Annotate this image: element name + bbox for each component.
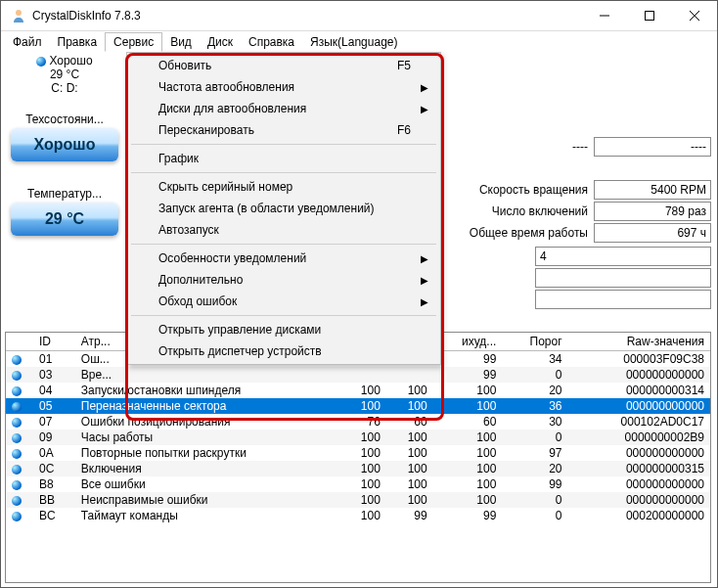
health-pill[interactable]: Хорошо (11, 128, 118, 161)
cell-id: 0A (33, 445, 75, 461)
col-header[interactable]: Raw-значения (568, 333, 710, 351)
dash-label: ---- (572, 140, 588, 154)
cell-id: 07 (33, 414, 75, 430)
menu-item[interactable]: График (129, 148, 438, 169)
cell-d: 100 (386, 430, 433, 445)
cell-threshold: 0 (502, 508, 567, 523)
table-row[interactable]: 05Переназначенные сектора100100100360000… (6, 398, 710, 414)
drive-summary[interactable]: Хорошо 29 °C C: D: (5, 54, 124, 95)
cell-threshold: 97 (502, 445, 567, 461)
table-row[interactable]: BCТаймаут команды10099990000200000000 (6, 508, 710, 523)
cell-attr: Часы работы (75, 430, 339, 445)
cell-attr: Запуски/остановки шпинделя (75, 383, 339, 398)
menu-item[interactable]: Открыть управление дисками (129, 319, 438, 340)
cell-id: BC (33, 508, 75, 523)
status-bullet-icon (12, 418, 22, 428)
window-title: CrystalDiskInfo 7.8.3 (32, 9, 141, 23)
cell-raw: 000000000315 (568, 461, 710, 476)
col-header[interactable]: Порог (502, 333, 567, 351)
close-button[interactable] (672, 1, 717, 30)
table-row[interactable]: 07Ошибки позиционирования76606030000102A… (6, 414, 710, 430)
cell-d: 100 (386, 461, 433, 476)
table-row[interactable]: 04Запуски/остановки шпинделя100100100200… (6, 383, 710, 398)
col-header[interactable]: ихуд... (433, 333, 503, 351)
cell-current: 100 (339, 476, 386, 492)
cell-current: 100 (339, 508, 386, 523)
menu-item[interactable]: ОбновитьF5 (129, 55, 438, 76)
cell-raw: 000200000000 (568, 508, 710, 523)
status-bullet-icon (12, 402, 22, 412)
cell-threshold: 36 (502, 398, 567, 414)
menu-item[interactable]: Автозапуск (129, 219, 438, 241)
menu-item[interactable]: Скрыть серийный номер (129, 176, 438, 198)
health-label: Техсостояни... (5, 113, 124, 126)
cell-current (339, 367, 386, 383)
table-row[interactable]: 0AПовторные попытки раскрутки10010010097… (6, 445, 710, 461)
cell-worst: 100 (433, 398, 503, 414)
menu-язык(language)[interactable]: Язык(Language) (302, 33, 405, 51)
info-value: 5400 RPM (594, 180, 711, 200)
menu-item[interactable]: Обход ошибок▶ (129, 291, 438, 312)
cell-worst: 100 (433, 461, 503, 476)
info-label: Число включений (492, 204, 588, 218)
cell-current: 100 (339, 383, 386, 398)
menu-item[interactable]: Частота автообновления▶ (129, 76, 438, 98)
status-bullet-icon (12, 496, 22, 506)
menu-item[interactable]: Открыть диспетчер устройств (129, 340, 438, 362)
table-row[interactable]: 09Часы работы10010010000000000002B9 (6, 430, 710, 445)
cell-current: 100 (339, 445, 386, 461)
cell-id: 03 (33, 367, 75, 383)
menu-item[interactable]: Дополнительно▶ (129, 269, 438, 291)
col-header[interactable] (6, 333, 33, 351)
status-bullet-icon (12, 512, 22, 521)
table-row[interactable]: B8Все ошибки10010010099000000000000 (6, 476, 710, 492)
cell-d: 100 (386, 476, 433, 492)
cell-worst: 100 (433, 445, 503, 461)
app-icon (11, 8, 26, 23)
service-menu-dropdown: ОбновитьF5Частота автообновления▶Диски д… (126, 52, 441, 365)
cell-raw: 000000000000 (568, 492, 710, 508)
cell-current: 76 (339, 414, 386, 430)
cell-worst: 99 (433, 351, 503, 368)
menu-справка[interactable]: Справка (241, 33, 302, 51)
menu-правка[interactable]: Правка (50, 33, 106, 51)
temperature-pill[interactable]: 29 °C (11, 203, 118, 236)
menu-item[interactable]: Особенности уведомлений▶ (129, 248, 438, 269)
chevron-right-icon: ▶ (421, 275, 428, 286)
menu-диск[interactable]: Диск (200, 33, 241, 51)
svg-point-0 (16, 10, 22, 16)
cell-d (386, 367, 433, 383)
minimize-button[interactable] (582, 1, 627, 30)
menu-вид[interactable]: Вид (162, 33, 200, 51)
status-bullet-icon (12, 449, 22, 459)
cell-raw: 000003F09C38 (568, 351, 710, 368)
menu-item[interactable]: Запуск агента (в области уведомлений) (129, 198, 438, 219)
info-panel: -------- Скорость вращения5400 RPMЧисло … (439, 135, 711, 311)
smart-table[interactable]: IDАтр...ихуд...ПорогRaw-значения 01Ош...… (5, 332, 711, 583)
extra-field: 4 (535, 247, 711, 266)
menubar: ФайлПравкаСервисВидДискСправкаЯзык(Langu… (1, 31, 717, 53)
maximize-button[interactable] (627, 1, 672, 30)
table-row[interactable]: 03Вре...990000000000000 (6, 367, 710, 383)
cell-attr: Включения (75, 461, 339, 476)
menu-файл[interactable]: Файл (5, 33, 50, 51)
menu-item[interactable]: Диски для автообновления▶ (129, 98, 438, 119)
table-row[interactable]: 0CВключения10010010020000000000315 (6, 461, 710, 476)
menu-сервис[interactable]: Сервис (105, 32, 162, 52)
cell-id: 01 (33, 351, 75, 368)
cell-raw: 000102AD0C17 (568, 414, 710, 430)
cell-id: 05 (33, 398, 75, 414)
col-header[interactable]: ID (33, 333, 75, 351)
status-bullet-icon (12, 480, 22, 490)
cell-raw: 000000000000 (568, 445, 710, 461)
cell-attr: Ошибки позиционирования (75, 414, 339, 430)
menu-item[interactable]: ПересканироватьF6 (129, 119, 438, 141)
status-bullet-icon (12, 355, 22, 365)
cell-worst: 100 (433, 476, 503, 492)
table-row[interactable]: BBНеисправимые ошибки1001001000000000000… (6, 492, 710, 508)
info-label: Общее время работы (470, 226, 588, 240)
cell-current: 100 (339, 398, 386, 414)
cell-d: 100 (386, 445, 433, 461)
cell-raw: 000000000000 (568, 398, 710, 414)
chevron-right-icon: ▶ (421, 104, 428, 114)
